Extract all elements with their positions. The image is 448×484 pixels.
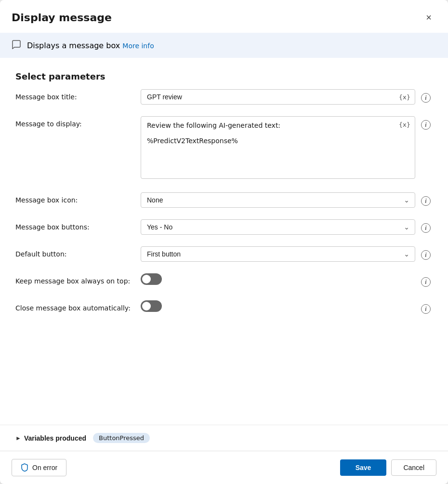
info-button-message[interactable]: i	[419, 118, 433, 132]
chevron-right-icon: ►	[15, 435, 21, 442]
control-wrap-buttons: Yes - No OK OK - Cancel Abort - Retry - …	[141, 219, 433, 235]
label-message-to-display: Message to display:	[15, 116, 141, 128]
section-title: Select parameters	[0, 62, 448, 89]
form-row-message: Message to display: Review the following…	[15, 116, 433, 181]
variables-toggle-label: Variables produced	[24, 434, 86, 442]
cancel-button[interactable]: Cancel	[391, 459, 436, 476]
input-wrap-title: {x}	[141, 89, 415, 105]
select-wrap-icon: None Information Warning Error Question …	[141, 192, 415, 208]
dialog-footer: On error Save Cancel	[0, 451, 448, 484]
label-close-automatically: Close message box automatically:	[15, 300, 141, 312]
info-circle-keep-on-top: i	[421, 277, 431, 287]
dialog-title: Display message	[12, 12, 112, 24]
info-circle-buttons: i	[421, 223, 431, 233]
form-row-close-automatically: Close message box automatically: i	[15, 300, 433, 316]
select-wrap-buttons: Yes - No OK OK - Cancel Abort - Retry - …	[141, 219, 415, 235]
control-wrap-keep-on-top: i	[141, 273, 433, 289]
message-box-title-input[interactable]	[141, 89, 415, 105]
toggle-slider-close-automatically	[141, 300, 162, 312]
form-row-buttons: Message box buttons: Yes - No OK OK - Ca…	[15, 219, 433, 235]
variables-row: ► Variables produced ButtonPressed	[0, 425, 448, 451]
info-button-keep-on-top[interactable]: i	[419, 275, 433, 289]
footer-right: Save Cancel	[340, 459, 436, 476]
label-message-box-title: Message box title:	[15, 89, 141, 101]
form-row-title: Message box title: {x} i	[15, 89, 433, 105]
info-button-buttons[interactable]: i	[419, 221, 433, 235]
message-box-buttons-select[interactable]: Yes - No OK OK - Cancel Abort - Retry - …	[141, 219, 415, 235]
control-wrap-close-automatically: i	[141, 300, 433, 316]
control-wrap-message: Review the following AI-generated text: …	[141, 116, 433, 181]
info-circle-default-button: i	[421, 250, 431, 260]
variables-toggle-button[interactable]: ► Variables produced	[15, 434, 86, 442]
display-message-dialog: Display message × Displays a message box…	[0, 0, 448, 484]
label-default-button: Default button:	[15, 246, 141, 258]
save-button[interactable]: Save	[340, 459, 387, 476]
form-body: Message box title: {x} i Message to disp…	[0, 89, 448, 425]
form-row-keep-on-top: Keep message box always on top: i	[15, 273, 433, 289]
label-keep-on-top: Keep message box always on top:	[15, 273, 141, 285]
control-wrap-icon: None Information Warning Error Question …	[141, 192, 433, 208]
form-row-icon: Message box icon: None Information Warni…	[15, 192, 433, 208]
toggle-wrap-close-automatically	[141, 300, 162, 312]
info-circle-icon: i	[421, 196, 431, 206]
toggle-wrap-keep-on-top	[141, 273, 162, 285]
button-pressed-chip: ButtonPressed	[93, 433, 150, 443]
info-circle-message: i	[421, 120, 431, 130]
on-error-label: On error	[32, 464, 57, 471]
label-message-box-icon: Message box icon:	[15, 192, 141, 204]
info-button-title[interactable]: i	[419, 91, 433, 105]
textarea-wrap-message: Review the following AI-generated text: …	[141, 116, 415, 181]
control-wrap-title: {x} i	[141, 89, 433, 105]
message-box-icon	[12, 40, 21, 51]
info-circle-close-automatically: i	[421, 304, 431, 314]
close-button[interactable]: ×	[421, 10, 436, 25]
dialog-header: Display message ×	[0, 0, 448, 33]
info-button-close-automatically[interactable]: i	[419, 302, 433, 316]
info-button-icon[interactable]: i	[419, 194, 433, 208]
info-banner: Displays a message box More info	[0, 33, 448, 58]
on-error-button[interactable]: On error	[12, 459, 66, 476]
message-box-icon-select[interactable]: None Information Warning Error Question	[141, 192, 415, 208]
default-button-select[interactable]: First button Second button Third button	[141, 246, 415, 262]
control-wrap-default-button: First button Second button Third button …	[141, 246, 433, 262]
shield-icon	[21, 463, 28, 472]
info-button-default-button[interactable]: i	[419, 248, 433, 262]
select-wrap-default-button: First button Second button Third button …	[141, 246, 415, 262]
form-row-default-button: Default button: First button Second butt…	[15, 246, 433, 262]
label-message-box-buttons: Message box buttons:	[15, 219, 141, 231]
toggle-slider-keep-on-top	[141, 273, 162, 285]
close-automatically-toggle[interactable]	[141, 300, 162, 312]
keep-on-top-toggle[interactable]	[141, 273, 162, 285]
info-banner-text: Displays a message box More info	[27, 41, 154, 50]
info-circle-title: i	[421, 93, 431, 103]
message-to-display-input[interactable]: Review the following AI-generated text: …	[141, 116, 415, 179]
more-info-link[interactable]: More info	[122, 42, 154, 50]
